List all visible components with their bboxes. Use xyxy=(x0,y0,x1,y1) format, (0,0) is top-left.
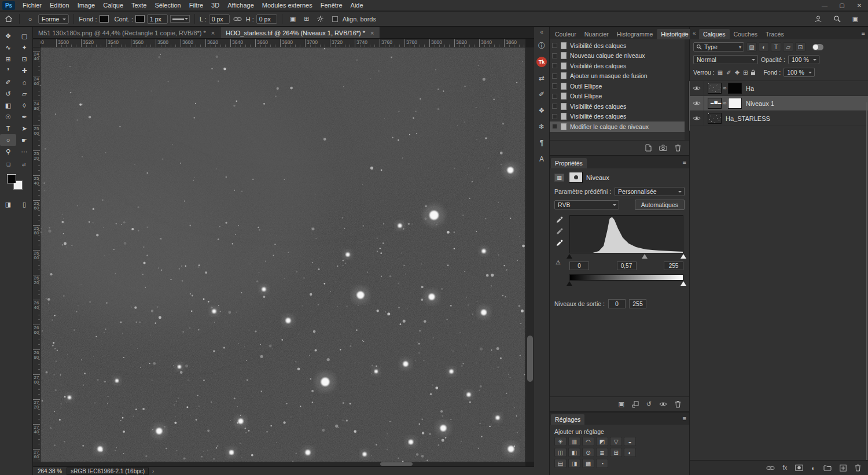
gradient-tool[interactable]: ◧ xyxy=(0,100,16,111)
filter-type-layers-icon[interactable]: T xyxy=(771,42,781,51)
menu-selection[interactable]: Sélection xyxy=(150,0,185,11)
brushes-panel-icon[interactable]: ✐ xyxy=(536,89,547,100)
mask-link-icon[interactable]: 8 xyxy=(722,101,727,106)
exposure-adjustment-icon[interactable]: ◩ xyxy=(596,437,608,446)
delete-layer-trash-icon[interactable] xyxy=(855,464,861,472)
output-white-value[interactable]: 255 xyxy=(629,299,646,308)
layer-visibility-eye-icon[interactable] xyxy=(690,81,704,95)
gamma-input-value[interactable]: 0,57 xyxy=(617,262,637,270)
menu-image[interactable]: Image xyxy=(73,0,100,11)
stroke-swatch[interactable] xyxy=(135,15,145,23)
layer-niveaux-1[interactable]: 8 Niveaux 1 xyxy=(690,96,868,111)
crop-tool[interactable]: ⊞ xyxy=(0,53,16,65)
menu-affichage[interactable]: Affichage xyxy=(223,0,258,11)
opacity-select[interactable]: 100 % xyxy=(788,55,819,64)
collapse-panel-icon[interactable]: « xyxy=(693,30,696,36)
mask-target-icon[interactable]: ▣ xyxy=(618,400,624,408)
curves-adjustment-icon[interactable]: ◠ xyxy=(582,437,594,446)
tab-reglages[interactable]: Réglages xyxy=(551,414,584,425)
screen-mode-icon[interactable]: ▯ xyxy=(16,198,32,210)
tab-proprietes[interactable]: Propriétés xyxy=(551,158,587,168)
preset-select[interactable]: Personnalisée xyxy=(615,187,685,196)
filter-pixel-layers-icon[interactable]: ▨ xyxy=(746,42,757,51)
blend-mode-select[interactable]: Normal xyxy=(693,55,758,64)
menu-modules-externes[interactable]: Modules externes xyxy=(258,0,317,11)
fill-select[interactable]: 100 % xyxy=(784,68,815,77)
tab-close-icon[interactable]: × xyxy=(370,30,374,36)
history-source-checkbox[interactable] xyxy=(552,114,557,119)
black-output-slider[interactable] xyxy=(567,281,572,286)
tab-traces[interactable]: Tracés xyxy=(762,29,788,39)
levels-adjustment-icon[interactable]: ▥ xyxy=(568,437,580,446)
lock-artboard-icon[interactable]: ⊞ xyxy=(743,69,748,76)
hand-tool[interactable]: ☛ xyxy=(16,134,32,146)
tab-histogramme[interactable]: Histogramme xyxy=(613,29,657,39)
edit-toolbar-button[interactable]: ⋯ xyxy=(16,146,32,157)
new-document-from-state-icon[interactable] xyxy=(645,144,652,152)
menu-filtre[interactable]: Filtre xyxy=(185,0,207,11)
quick-selection-tool[interactable]: ✦ xyxy=(16,42,32,53)
panel-menu-icon[interactable]: ≡ xyxy=(683,415,686,422)
link-layers-icon[interactable] xyxy=(766,466,775,470)
account-icon[interactable] xyxy=(812,13,824,25)
white-output-slider[interactable] xyxy=(681,281,686,286)
panel-menu-icon[interactable]: ≡ xyxy=(683,159,686,165)
document-canvas[interactable] xyxy=(41,47,525,462)
menu-fichier[interactable]: Fichier xyxy=(19,0,46,11)
layer-mask-thumbnail[interactable] xyxy=(728,98,742,109)
clipping-warning-icon[interactable]: ⚠ xyxy=(556,259,561,266)
history-step[interactable]: Nouveau calque de niveaux xyxy=(550,51,685,61)
color-lookup-adjustment-icon[interactable]: ⊞ xyxy=(610,448,622,457)
quick-mask-icon[interactable]: ◨ xyxy=(0,198,16,210)
paragraph-panel-icon[interactable]: ¶ xyxy=(536,138,547,148)
character-panel-icon[interactable]: A xyxy=(536,154,547,164)
brightness-contrast-adjustment-icon[interactable]: ☀ xyxy=(554,437,567,446)
lock-transparency-icon[interactable]: ▦ xyxy=(718,69,723,76)
path-selection-tool[interactable]: ➤ xyxy=(16,123,32,134)
history-source-checkbox[interactable] xyxy=(552,43,557,48)
auto-levels-button[interactable]: Automatiques xyxy=(635,200,685,210)
threshold-adjustment-icon[interactable]: ◨ xyxy=(568,459,580,468)
filter-type-select[interactable]: Type ▾ xyxy=(693,42,744,51)
channel-select[interactable]: RVB xyxy=(554,200,619,209)
vertical-scrollbar[interactable] xyxy=(525,47,534,462)
align-edges-checkbox[interactable] xyxy=(332,16,338,22)
lasso-tool[interactable]: ∿ xyxy=(0,42,16,53)
blur-tool[interactable]: ◊ xyxy=(16,100,32,111)
layer-visibility-eye-icon[interactable] xyxy=(690,111,704,126)
collapse-panels-icon[interactable]: « xyxy=(536,29,547,35)
clip-to-layer-icon[interactable] xyxy=(632,401,639,408)
menu-fenetre[interactable]: Fenêtre xyxy=(317,0,347,11)
layer-style-fx-icon[interactable]: fx xyxy=(783,465,788,471)
filter-toggle-switch[interactable] xyxy=(812,44,823,50)
layer-thumbnail[interactable] xyxy=(708,98,722,109)
starfield-image[interactable] xyxy=(41,47,525,462)
photo-filter-adjustment-icon[interactable]: ⊙ xyxy=(582,448,594,457)
swap-colors-icon[interactable]: ⇄ xyxy=(22,162,26,167)
home-icon[interactable] xyxy=(3,13,14,25)
export-panel-icon[interactable]: ⇄ xyxy=(536,73,547,83)
black-input-value[interactable]: 0 xyxy=(569,262,589,270)
new-group-folder-icon[interactable] xyxy=(823,465,832,471)
history-step[interactable]: Outil Ellipse xyxy=(550,91,685,102)
filter-adjustment-layers-icon[interactable]: ◐ xyxy=(759,42,769,51)
delete-state-trash-icon[interactable] xyxy=(675,144,681,152)
gradient-map-adjustment-icon[interactable]: ▩ xyxy=(582,459,594,468)
tab-couleur[interactable]: Couleur xyxy=(551,29,580,39)
layers-scrollbar[interactable] xyxy=(866,102,867,461)
layer-ha[interactable]: 8 Ha xyxy=(690,81,868,96)
tool-preset-select[interactable]: Forme xyxy=(38,14,69,24)
lock-all-icon[interactable] xyxy=(751,69,756,76)
search-icon[interactable] xyxy=(831,13,843,25)
history-source-checkbox[interactable] xyxy=(552,73,557,79)
width-input[interactable]: 0 px xyxy=(209,14,230,24)
history-brush-tool[interactable]: ↺ xyxy=(0,88,16,100)
output-black-value[interactable]: 0 xyxy=(608,299,626,308)
history-source-checkbox[interactable] xyxy=(552,124,557,129)
info-panel-icon[interactable]: ⓘ xyxy=(536,40,547,51)
white-input-value[interactable]: 255 xyxy=(664,262,683,270)
gray-point-eyedropper-icon[interactable] xyxy=(556,228,563,235)
history-step[interactable]: Visibilité des calques xyxy=(550,112,685,122)
frame-tool[interactable]: ⊡ xyxy=(16,53,32,65)
status-options-chevron-icon[interactable]: › xyxy=(152,468,154,474)
